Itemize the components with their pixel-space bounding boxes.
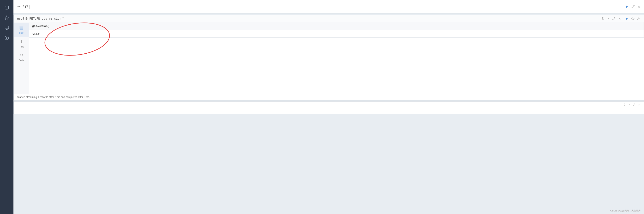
tab-table-label: Table (19, 32, 24, 34)
sidebar-icon-guide[interactable] (2, 34, 11, 42)
svg-line-27 (634, 104, 636, 104)
svg-line-7 (632, 7, 633, 8)
svg-marker-5 (626, 5, 628, 8)
cell-gds-version-value: "2.2.5" (29, 30, 644, 38)
close-second-button[interactable] (638, 103, 640, 106)
collapse-query-button[interactable] (607, 17, 610, 20)
query-panel: neo4j$ RETURN gds.version() (14, 15, 644, 100)
tab-text-label: Text (19, 46, 24, 48)
tab-table[interactable]: Table (14, 23, 28, 37)
cursor (29, 5, 30, 8)
main-content: neo4j$ (14, 0, 644, 214)
run-button[interactable] (625, 5, 629, 8)
column-header-gds-version: gds.version() (29, 22, 644, 30)
svg-rect-18 (20, 26, 23, 30)
svg-marker-4 (6, 37, 8, 38)
sidebar (0, 0, 14, 214)
table-tab-icon (19, 26, 24, 31)
second-panel-actions (623, 103, 640, 106)
view-tabs: Table Text (14, 22, 29, 94)
tab-code[interactable]: Code (14, 50, 28, 64)
run-query-button[interactable] (625, 17, 629, 20)
command-input-area[interactable]: neo4j$ (17, 5, 624, 8)
sidebar-icon-star[interactable] (2, 14, 11, 22)
query-text: neo4j$ RETURN gds.version() (17, 17, 65, 20)
table-content-area: gds.version() "2.2.5" (29, 22, 644, 94)
download-query-button[interactable] (637, 17, 640, 20)
expand-second-button[interactable] (633, 103, 636, 106)
top-input-bar: neo4j$ (14, 0, 644, 14)
svg-line-11 (614, 18, 615, 18)
svg-point-3 (5, 36, 8, 40)
svg-point-0 (5, 6, 8, 7)
result-table: gds.version() "2.2.5" (29, 22, 644, 38)
query-header-actions (601, 17, 640, 20)
close-query-button[interactable] (618, 17, 621, 20)
up-second-button[interactable] (628, 103, 631, 106)
text-tab-icon (19, 39, 24, 44)
watermark: CSDN @大象无形，大音希声 (610, 209, 641, 212)
svg-marker-16 (632, 17, 634, 20)
close-top-button[interactable] (637, 5, 641, 8)
status-bar: Started streaming 1 records after 2 ms a… (14, 94, 644, 100)
sidebar-icon-play[interactable] (2, 24, 11, 32)
star-query-button[interactable] (631, 17, 634, 20)
query-header: neo4j$ RETURN gds.version() (14, 15, 644, 22)
tab-text[interactable]: Text (14, 37, 28, 50)
svg-marker-15 (626, 18, 628, 20)
svg-marker-1 (5, 16, 8, 19)
prompt-label: neo4j$ (17, 5, 28, 8)
svg-rect-2 (5, 26, 8, 29)
expand-button[interactable] (632, 5, 635, 8)
top-bar-actions (625, 5, 641, 8)
second-panel (14, 101, 644, 114)
expand-query-button[interactable] (612, 17, 616, 20)
pin-second-button[interactable] (623, 103, 626, 106)
sidebar-icon-database[interactable] (2, 3, 11, 12)
code-tab-icon (19, 53, 24, 58)
table-row: "2.2.5" (29, 30, 644, 38)
tab-code-label: Code (19, 59, 24, 62)
pin-query-button[interactable] (601, 17, 604, 20)
svg-line-28 (633, 105, 634, 106)
result-area: Table Text (14, 22, 644, 94)
query-panel-wrapper: neo4j$ RETURN gds.version() (14, 14, 644, 214)
svg-line-6 (633, 6, 634, 6)
svg-line-12 (613, 19, 614, 20)
status-text: Started streaming 1 records after 2 ms a… (17, 96, 90, 98)
